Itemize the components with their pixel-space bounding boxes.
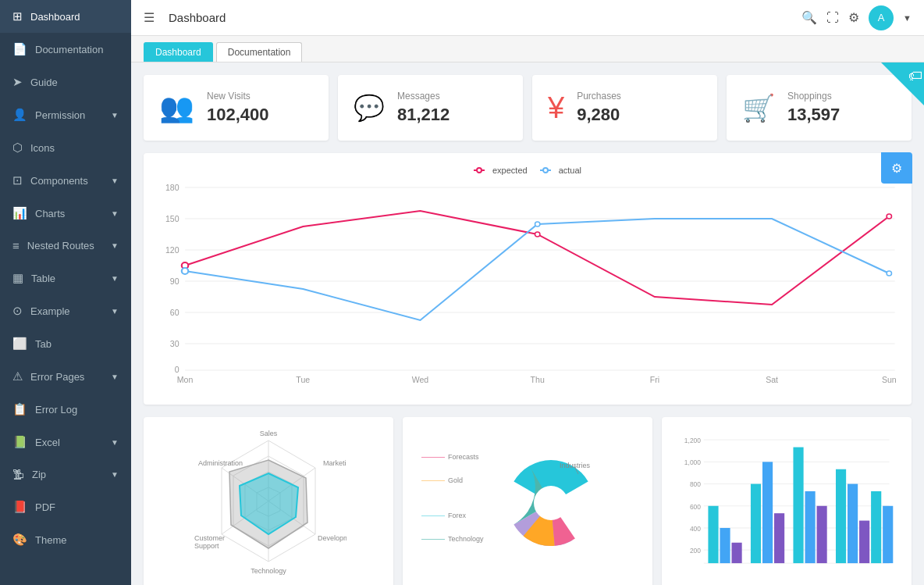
tab-documentation[interactable]: Documentation [216,42,303,62]
sidebar-item-label: Components [30,175,88,187]
svg-text:800: 800 [690,480,701,488]
stat-card-new-visits: 👥 New Visits 102,400 [144,75,329,141]
sidebar-item-example[interactable]: ⊙ Example ▼ [0,294,131,327]
stat-info: Purchases 9,280 [577,91,621,125]
svg-text:Fri: Fri [650,376,659,384]
main-content: ☰ Dashboard 🔍 ⛶ ⚙ A ▼ Dashboard Document… [131,0,924,585]
svg-rect-68 [720,528,730,563]
stat-info: New Visits 102,400 [207,91,269,125]
guide-icon: ➤ [12,75,23,89]
sidebar-item-zip[interactable]: 🗜 Zip ▼ [0,458,131,490]
svg-point-23 [887,271,891,276]
zip-icon: 🗜 [12,468,24,481]
sidebar-item-excel[interactable]: 📗 Excel ▼ [0,426,131,458]
sidebar-item-guide[interactable]: ➤ Guide [0,66,131,98]
sidebar-item-charts[interactable]: 📊 Charts ▼ [0,197,131,230]
pie-label-technology: Technology [448,535,484,543]
settings-icon[interactable]: ⚙ [848,10,859,25]
sidebar-item-documentation[interactable]: 📄 Documentation [0,33,131,66]
svg-point-1 [477,168,482,173]
chevron-down-icon: ▼ [111,241,119,250]
chevron-down-icon[interactable]: ▼ [903,13,912,23]
sidebar-item-label: Error Log [35,404,77,416]
svg-rect-80 [883,506,893,563]
pdf-icon: 📕 [12,500,27,514]
purchases-icon: ¥ [548,91,564,125]
svg-rect-70 [751,484,761,564]
permission-icon: 👤 [12,108,27,122]
stat-value: 13,597 [787,105,840,125]
sidebar-item-error-pages[interactable]: ⚠ Error Pages ▼ [0,360,131,393]
sidebar-item-tab[interactable]: ⬜ Tab [0,327,131,360]
stat-label: Shoppings [787,91,840,102]
sidebar-item-components[interactable]: ⊡ Components ▼ [0,164,131,197]
tab-icon: ⬜ [12,337,27,351]
svg-point-51 [534,486,568,520]
menu-icon[interactable]: ☰ [144,10,155,25]
svg-text:200: 200 [690,547,701,555]
svg-text:1,200: 1,200 [684,437,701,444]
svg-text:Marketing: Marketing [323,459,346,467]
bar-chart: 1,200 1,000 800 600 400 200 [662,417,912,585]
radar-chart: Sales Marketing Development Technology C… [144,417,393,585]
svg-text:1,000: 1,000 [684,458,701,466]
table-icon: ▦ [12,271,23,285]
svg-text:Tue: Tue [296,376,310,384]
stat-value: 81,212 [397,105,450,125]
chevron-down-icon: ▼ [111,307,119,316]
page-title: Dashboard [169,11,226,24]
sidebar-item-label: Documentation [35,44,103,55]
svg-text:Sun: Sun [882,376,897,384]
tabs-bar: Dashboard Documentation [131,36,924,62]
svg-text:120: 120 [165,246,179,255]
svg-rect-78 [859,521,869,564]
sidebar-item-error-log[interactable]: 📋 Error Log [0,393,131,426]
documentation-icon: 📄 [12,42,27,56]
fullscreen-icon[interactable]: ⛶ [826,11,839,25]
svg-rect-74 [805,491,816,563]
chart-settings-button[interactable]: ⚙ [881,152,912,184]
svg-text:150: 150 [165,215,179,223]
avatar[interactable]: A [869,5,894,30]
chevron-down-icon: ▼ [111,373,119,381]
sidebar-item-dashboard[interactable]: ⊞ Dashboard [0,0,131,33]
svg-text:Mon: Mon [177,376,194,384]
svg-text:Sales: Sales [260,430,278,437]
chevron-down-icon: ▼ [111,438,119,447]
svg-text:Wed: Wed [412,376,429,384]
svg-rect-79 [871,491,881,563]
svg-text:Sat: Sat [766,376,778,384]
chevron-down-icon: ▼ [111,209,119,218]
sidebar-item-label: Guide [30,77,58,88]
svg-text:Administration: Administration [198,459,243,467]
stat-info: Messages 81,212 [397,91,450,125]
svg-text:Customer: Customer [194,534,225,542]
search-icon[interactable]: 🔍 [801,10,817,25]
sidebar-item-label: Nested Routes [27,240,94,251]
svg-point-3 [543,168,548,173]
sidebar-item-icons[interactable]: ⬡ Icons [0,131,131,164]
svg-text:60: 60 [170,309,179,317]
example-icon: ⊙ [12,304,23,318]
dashboard-icon: ⊞ [12,9,23,23]
sidebar-item-theme[interactable]: 🎨 Theme [0,523,131,556]
charts-icon: 📊 [12,206,27,220]
svg-rect-71 [762,462,773,563]
legend-label: expected [492,166,528,175]
chevron-down-icon: ▼ [111,470,119,479]
sidebar-item-permission[interactable]: 👤 Permission ▼ [0,98,131,131]
stat-info: Shoppings 13,597 [787,91,840,125]
sidebar-item-table[interactable]: ▦ Table ▼ [0,262,131,294]
tab-dashboard[interactable]: Dashboard [144,42,213,62]
stat-label: Messages [397,91,450,102]
svg-text:Industries: Industries [560,462,591,469]
svg-point-20 [887,214,891,219]
stat-label: New Visits [207,91,269,102]
svg-rect-77 [848,484,858,564]
sidebar-item-nested-routes[interactable]: ≡ Nested Routes ▼ [0,230,131,262]
stat-value: 102,400 [207,105,269,125]
sidebar-item-pdf[interactable]: 📕 PDF [0,490,131,523]
error-pages-icon: ⚠ [12,369,23,383]
sidebar-item-label: Dashboard [30,11,80,23]
svg-rect-76 [836,469,846,563]
